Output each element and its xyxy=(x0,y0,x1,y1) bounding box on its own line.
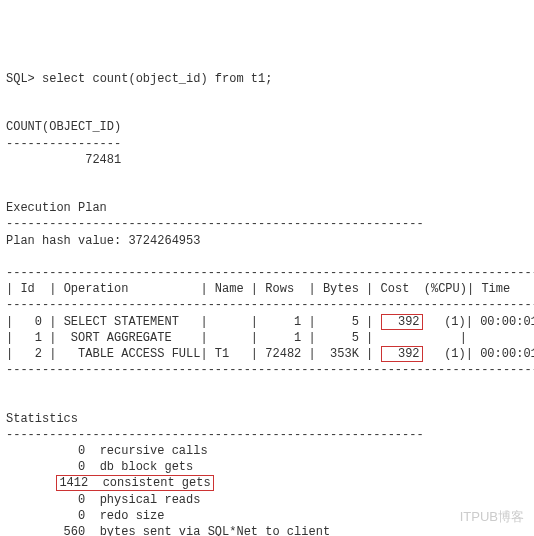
plan-row-cost xyxy=(381,331,417,345)
plan-row-cpu xyxy=(424,331,460,345)
plan-row-time xyxy=(474,331,532,345)
watermark: ITPUB博客 xyxy=(460,508,524,526)
plan-col-id: Id xyxy=(20,282,34,296)
stat-label: physical reads xyxy=(100,493,201,507)
plan-row-bytes: 5 xyxy=(323,315,359,329)
stat-label: consistent gets xyxy=(103,476,211,490)
plan-row-rows: 1 xyxy=(265,331,301,345)
stat-value: 0 xyxy=(56,444,85,458)
plan-row-cost-highlight: 392 xyxy=(381,346,423,362)
stat-label: db block gets xyxy=(100,460,194,474)
stat-value: 1412 xyxy=(59,476,88,490)
sql-prompt: SQL> xyxy=(6,72,42,86)
plan-row-id: 0 xyxy=(35,315,42,329)
plan-col-rows: Rows xyxy=(265,282,294,296)
plan-row-cpu: (1) xyxy=(430,347,466,361)
result-value: 72481 xyxy=(6,153,121,167)
stat-label: bytes sent via SQL*Net to client xyxy=(100,525,330,536)
plan-title: Execution Plan xyxy=(6,201,107,215)
plan-title-divider: ----------------------------------------… xyxy=(6,217,424,231)
plan-hash: Plan hash value: 3724264953 xyxy=(6,234,200,248)
stat-label: redo size xyxy=(100,509,165,523)
plan-col-cost: Cost xyxy=(381,282,410,296)
plan-col-bytes: Bytes xyxy=(323,282,359,296)
plan-row-name xyxy=(215,315,244,329)
stat-label: recursive calls xyxy=(100,444,208,458)
plan-row-name: T1 xyxy=(215,347,244,361)
plan-row-id: 1 xyxy=(35,331,42,345)
plan-row-cpu: (1) xyxy=(430,315,466,329)
plan-row-cost-highlight: 392 xyxy=(381,314,423,330)
plan-border-mid: ----------------------------------------… xyxy=(6,298,534,312)
plan-col-time: Time xyxy=(481,282,510,296)
plan-row-op: TABLE ACCESS FULL xyxy=(64,347,201,361)
sql-command: select count(object_id) from t1; xyxy=(42,72,272,86)
stats-divider: ----------------------------------------… xyxy=(6,428,424,442)
stat-value: 0 xyxy=(56,509,85,523)
stats-title: Statistics xyxy=(6,412,78,426)
plan-row-time: 00:00:01 xyxy=(480,315,534,329)
stat-value: 0 xyxy=(56,493,85,507)
plan-row-bytes: 5 xyxy=(323,331,359,345)
plan-row-name xyxy=(215,331,244,345)
plan-row-time: 00:00:01 xyxy=(480,347,534,361)
plan-border-top: ----------------------------------------… xyxy=(6,266,534,280)
plan-col-cpu: (%CPU) xyxy=(424,282,467,296)
plan-border-bottom: ----------------------------------------… xyxy=(6,363,534,377)
stat-value: 560 xyxy=(56,525,85,536)
plan-row-op: SORT AGGREGATE xyxy=(64,331,194,345)
plan-row-op: SELECT STATEMENT xyxy=(64,315,194,329)
result-divider: ---------------- xyxy=(6,137,121,151)
plan-row-rows: 1 xyxy=(265,315,301,329)
plan-col-name: Name xyxy=(215,282,244,296)
stat-highlight: 1412 consistent gets xyxy=(56,475,213,491)
plan-row-bytes: 353K xyxy=(323,347,359,361)
plan-row-id: 2 xyxy=(35,347,42,361)
stat-value: 0 xyxy=(56,460,85,474)
plan-col-op: Operation xyxy=(64,282,129,296)
plan-row-rows: 72482 xyxy=(265,347,301,361)
result-header: COUNT(OBJECT_ID) xyxy=(6,120,121,134)
